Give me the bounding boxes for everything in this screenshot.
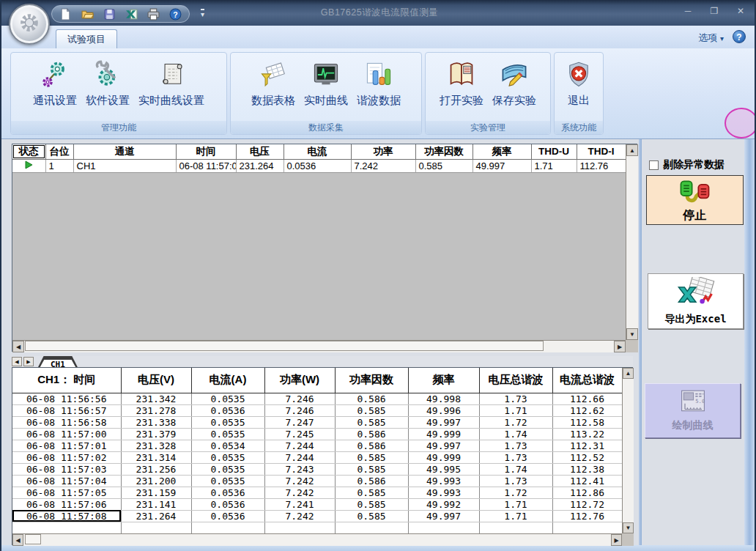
live-horizontal-scrollbar[interactable]: ◀ ▶ (12, 340, 626, 352)
scroll-right-icon[interactable]: ▶ (614, 341, 626, 352)
history-cell[interactable]: 0.585 (335, 487, 408, 498)
history-cell[interactable]: 231.278 (121, 404, 191, 416)
history-cell[interactable]: 112.62 (552, 404, 622, 416)
history-cell[interactable]: 231.314 (121, 451, 191, 463)
history-cell[interactable]: 0.585 (335, 404, 408, 416)
history-cell[interactable]: 231.338 (121, 416, 191, 428)
live-header-pf[interactable]: 功率因数 (415, 144, 472, 159)
history-cell[interactable]: 112.86 (552, 487, 622, 498)
history-cell[interactable]: 7.246 (264, 393, 335, 404)
live-header-voltage[interactable]: 电压 (236, 144, 284, 159)
history-cell[interactable]: 0.0535 (191, 451, 264, 463)
history-cell[interactable]: 0.0535 (191, 393, 264, 404)
live-header-station[interactable]: 台位 (45, 144, 73, 159)
history-cell[interactable]: 231.141 (121, 498, 191, 510)
history-hscroll-track[interactable] (23, 534, 611, 546)
history-cell[interactable]: 49.995 (408, 463, 479, 475)
history-cell[interactable]: 0.586 (335, 428, 408, 440)
history-cell[interactable]: 0.0535 (191, 416, 264, 428)
history-cell[interactable]: 0.0536 (191, 487, 264, 498)
history-header-current[interactable]: 电流(A) (191, 368, 264, 393)
options-menu[interactable]: 选项 ▾ (698, 32, 724, 45)
history-cell[interactable]: 06-08 11:56:58 (12, 416, 121, 428)
history-cell[interactable]: 0.585 (335, 463, 408, 475)
history-cell[interactable]: 0.585 (335, 498, 408, 510)
history-cell[interactable]: 112.41 (552, 475, 622, 487)
history-cell[interactable]: 1.71 (479, 404, 552, 416)
history-cell[interactable]: 0.585 (335, 416, 408, 428)
history-cell[interactable]: 7.246 (264, 404, 335, 416)
history-row[interactable]: 06-08 11:56:56231.3420.05357.2460.58649.… (12, 393, 622, 404)
history-row[interactable]: 06-08 11:57:02231.3140.05357.2440.58549.… (12, 451, 622, 463)
history-cell[interactable]: 0.585 (335, 451, 408, 463)
live-header-time[interactable]: 时间 (176, 144, 236, 159)
stop-button[interactable]: 停止 (646, 175, 744, 225)
history-row[interactable]: 06-08 11:57:08231.2640.05367.2420.58549.… (12, 510, 622, 522)
history-cell[interactable]: 1.73 (479, 440, 552, 451)
history-cell[interactable]: 49.993 (408, 487, 479, 498)
history-cell[interactable]: 0.0535 (191, 428, 264, 440)
history-cell[interactable]: 06-08 11:57:04 (12, 475, 121, 487)
sheet-prev-icon[interactable]: ◀ (12, 357, 22, 366)
history-cell[interactable]: 231.342 (121, 393, 191, 404)
history-cell[interactable]: 231.256 (121, 463, 191, 475)
history-cell[interactable]: 0.586 (335, 475, 408, 487)
live-header-channel[interactable]: 通道 (73, 144, 176, 159)
live-header-thdu[interactable]: THD-U (531, 144, 577, 159)
history-vscroll-track[interactable] (623, 379, 634, 522)
history-cell[interactable]: 1.74 (479, 463, 552, 475)
sheet-next-icon[interactable]: ▶ (23, 357, 34, 366)
history-cell[interactable]: 49.997 (408, 416, 479, 428)
history-vertical-scrollbar[interactable]: ▲ ▼ (622, 368, 634, 533)
history-hscroll-thumb[interactable] (25, 534, 41, 544)
exit-button[interactable]: 退出 (560, 59, 598, 109)
history-cell[interactable]: 7.243 (264, 463, 335, 475)
curve-settings-button[interactable]: 实时曲线设置 (134, 59, 209, 109)
history-cell[interactable]: 49.998 (408, 393, 479, 404)
history-cell[interactable]: 1.73 (479, 393, 552, 404)
history-cell[interactable]: 112.38 (552, 463, 622, 475)
history-cell[interactable]: 0.0535 (191, 475, 264, 487)
history-cell[interactable]: 1.73 (479, 475, 552, 487)
maximize-button[interactable]: ❐ (705, 4, 724, 18)
history-header-vthd[interactable]: 电压总谐波 (479, 368, 552, 393)
software-settings-button[interactable]: 软件设置 (81, 59, 134, 109)
history-cell[interactable]: 231.328 (121, 440, 191, 451)
history-header-power[interactable]: 功率(W) (264, 368, 335, 393)
history-row[interactable]: 06-08 11:57:05231.1590.05367.2420.58549.… (12, 487, 622, 498)
history-cell[interactable]: 231.264 (121, 510, 191, 522)
history-cell[interactable]: 231.200 (121, 475, 191, 487)
data-table-button[interactable]: 数据表格 (247, 59, 300, 109)
history-header-ithd[interactable]: 电流总谐波 (552, 368, 622, 393)
history-row[interactable]: 06-08 11:56:58231.3380.05357.2470.58549.… (12, 416, 622, 428)
history-cell[interactable]: 7.247 (264, 416, 335, 428)
scroll-down-icon[interactable]: ▼ (626, 328, 638, 340)
history-cell[interactable]: 7.245 (264, 428, 335, 440)
history-cell[interactable]: 7.244 (264, 451, 335, 463)
minimize-button[interactable]: ─ (678, 4, 697, 18)
history-cell[interactable]: 1.71 (479, 510, 552, 522)
history-cell[interactable]: 49.993 (408, 475, 479, 487)
history-cell[interactable]: 49.996 (408, 404, 479, 416)
history-cell[interactable]: 06-08 11:57:05 (12, 487, 121, 498)
live-header-current[interactable]: 电流 (284, 144, 351, 159)
history-cell[interactable]: 06-08 11:57:06 (12, 498, 121, 510)
close-button[interactable]: ✕ (731, 4, 750, 18)
history-header-voltage[interactable]: 电压(V) (121, 368, 191, 393)
history-cell[interactable]: 112.72 (552, 498, 622, 510)
history-cell[interactable]: 1.72 (479, 416, 552, 428)
history-cell[interactable]: 0.0535 (191, 463, 264, 475)
scroll-left-icon[interactable]: ◀ (12, 341, 24, 352)
open-experiment-button[interactable]: 打开实验 (435, 59, 488, 109)
live-hscroll-thumb[interactable] (25, 341, 544, 351)
history-cell[interactable]: 112.31 (552, 440, 622, 451)
scroll-right-icon[interactable]: ▶ (611, 534, 622, 546)
history-header-freq[interactable]: 频率 (408, 368, 479, 393)
history-cell[interactable]: 7.242 (264, 475, 335, 487)
save-experiment-button[interactable]: 保存实验 (488, 59, 541, 109)
history-cell[interactable]: 0.0534 (191, 440, 264, 451)
history-cell[interactable]: 112.66 (552, 393, 622, 404)
scroll-left-icon[interactable]: ◀ (12, 534, 23, 546)
plot-curve-button[interactable]: 5.0 绘制曲线 (645, 383, 741, 438)
realtime-curve-button[interactable]: 实时曲线 (300, 59, 352, 109)
